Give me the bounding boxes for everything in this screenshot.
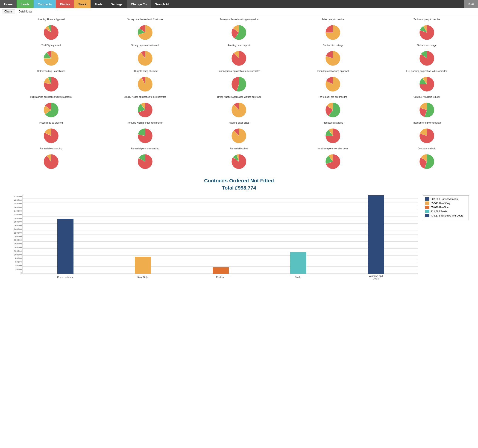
nav-tools[interactable]: Tools	[91, 0, 107, 8]
pie-cell[interactable]: Full planning application waiting approv…	[5, 95, 98, 119]
pie-cell[interactable]: Survey paperwork returned	[99, 43, 192, 67]
pie-cell[interactable]: Contract in costings	[286, 43, 379, 67]
pie-cell[interactable]: Install complete not shut down	[286, 147, 379, 170]
y-axis-label: 100,000	[14, 254, 22, 256]
pie-label: Contracts on Hold	[418, 147, 436, 153]
pie-label: Installation of box complete	[413, 122, 441, 127]
pie-cell[interactable]: Awaiting glass sizes	[193, 121, 286, 145]
pie-label: Products waiting order confirmation	[127, 122, 163, 127]
bar-title-line2: Total £998,774	[9, 185, 469, 192]
pie-chart-svg	[419, 128, 435, 144]
pie-chart-svg	[325, 25, 341, 40]
pie-cell[interactable]: Sales undercharge	[380, 43, 473, 67]
y-axis-label: 380,000	[14, 202, 22, 205]
pie-chart-svg	[231, 25, 247, 40]
pie-label: Install complete not shut down	[317, 147, 349, 153]
bar-chart-section: Contracts Ordered Not Fitted Total £998,…	[0, 173, 478, 285]
pie-label: Products to be ordered	[39, 122, 63, 127]
pie-chart-svg	[231, 154, 247, 169]
pie-cell[interactable]: Awaiting Finance Approval	[5, 17, 98, 41]
bar	[135, 257, 151, 274]
pie-cell[interactable]: Prior Approval application to be submitt…	[193, 69, 286, 93]
legend-item: 35,090 Roofline	[425, 206, 466, 209]
nav-changeco[interactable]: Change Co	[127, 0, 151, 8]
y-axis-label: 200,000	[14, 235, 22, 238]
pie-chart-svg	[137, 76, 153, 92]
pie-grid: Awaiting Finance ApprovalSurvey date boo…	[5, 17, 473, 170]
bar-x-label: Windows and Doors	[368, 275, 384, 280]
tab-detail-lists[interactable]: Detail Lists	[16, 9, 35, 14]
legend-item: 121,596 Trade	[425, 210, 466, 213]
pie-cell[interactable]: Remedial parts outstanding	[99, 147, 192, 170]
pie-cell[interactable]: Remedial outstanding	[5, 147, 98, 170]
legend-label: 35,090 Roofline	[431, 206, 448, 209]
nav-leads[interactable]: Leads	[17, 0, 34, 8]
bar-chart-inner	[23, 195, 418, 274]
y-axis-label: 160,000	[14, 243, 22, 245]
pie-cell[interactable]: Sales query to resolve	[286, 17, 379, 41]
pie-label: Survey date booked with Customer	[127, 18, 163, 24]
pie-cell[interactable]: Bregs / Notice application to be submitt…	[99, 95, 192, 119]
bar-title-line1: Contracts Ordered Not Fitted	[9, 177, 469, 185]
y-axis-label: 280,000	[14, 221, 22, 223]
pie-chart-svg	[43, 102, 59, 118]
nav-contracts[interactable]: Contracts	[34, 0, 56, 8]
legend-item: 95,515 Roof Only	[425, 202, 466, 205]
pie-label: Contract in costings	[323, 44, 343, 50]
pie-cell[interactable]: Trial Dig requested	[5, 43, 98, 67]
pie-chart-svg	[419, 76, 435, 92]
pie-label: Remedial parts outstanding	[131, 147, 159, 153]
tab-charts[interactable]: Charts	[2, 9, 15, 14]
pie-label: Awaiting Finance Approval	[38, 18, 65, 24]
pie-label: Survey paperwork returned	[131, 44, 159, 50]
pie-cell[interactable]: Prior Approval waiting approval	[286, 69, 379, 93]
pie-cell[interactable]: Survey confirmed awaiting completion	[193, 17, 286, 41]
legend-color-box	[425, 210, 429, 213]
nav-home[interactable]: Home	[0, 0, 17, 8]
nav-exit[interactable]: Exit	[464, 0, 478, 8]
pie-cell[interactable]: PD rights being checked	[99, 69, 192, 93]
pie-label: Bregs / Notice application waiting appro…	[217, 96, 261, 101]
bar	[57, 219, 74, 274]
pie-label: Sales undercharge	[417, 44, 437, 50]
legend-color-box	[425, 206, 429, 209]
y-axis-label: 240,000	[14, 228, 22, 230]
pie-chart-svg	[231, 128, 247, 144]
bar	[290, 252, 306, 274]
pie-label: Prior Approval waiting approval	[317, 70, 349, 75]
pie-cell[interactable]: Product outstanding	[286, 121, 379, 145]
pie-cell[interactable]: Full planning application to be submitte…	[380, 69, 473, 93]
pie-cell[interactable]: Technical query to resolve	[380, 17, 473, 41]
pie-chart-svg	[231, 102, 247, 118]
pie-cell[interactable]: Remedial booked	[193, 147, 286, 170]
pie-cell[interactable]: Installation of box complete	[380, 121, 473, 145]
pie-cell[interactable]: Products to be ordered	[5, 121, 98, 145]
y-axis-label: 0	[20, 272, 22, 274]
main-nav: Home Leads Contracts Diaries Stock Tools…	[0, 0, 478, 8]
nav-settings[interactable]: Settings	[107, 0, 127, 8]
pie-label: Bregs / Notice application to be submitt…	[124, 96, 166, 101]
bar-x-label: Trade	[290, 276, 306, 279]
bar-chart-container: 020,00040,00060,00080,000100,000120,0001…	[9, 195, 469, 281]
pie-chart-svg	[325, 128, 341, 144]
pie-chart-svg	[43, 51, 59, 66]
pie-cell[interactable]: Order Pending Cancellation	[5, 69, 98, 93]
pie-label: Technical query to resolve	[414, 18, 440, 24]
pie-chart-svg	[419, 154, 435, 169]
pie-cell[interactable]: Survey date booked with Customer	[99, 17, 192, 41]
pie-cell[interactable]: PM to book pre-site meeting	[286, 95, 379, 119]
pie-cell[interactable]: Bregs / Notice application waiting appro…	[193, 95, 286, 119]
tab-bar: Charts Detail Lists	[0, 8, 478, 15]
nav-diaries[interactable]: Diaries	[56, 0, 74, 8]
pie-label: Awaiting glass sizes	[229, 122, 249, 127]
pie-cell[interactable]: Contract Available to book	[380, 95, 473, 119]
pie-chart-svg	[137, 25, 153, 40]
pie-cell[interactable]: Awaiting order deposit	[193, 43, 286, 67]
nav-stock[interactable]: Stock	[74, 0, 91, 8]
pie-chart-svg	[137, 51, 153, 66]
legend-label: 439,176 Windows and Doors	[431, 214, 463, 217]
legend-label: 121,596 Trade	[431, 210, 447, 213]
pie-cell[interactable]: Products waiting order confirmation	[99, 121, 192, 145]
nav-searchall[interactable]: Search All	[151, 0, 174, 8]
pie-cell[interactable]: Contracts on Hold	[380, 147, 473, 170]
